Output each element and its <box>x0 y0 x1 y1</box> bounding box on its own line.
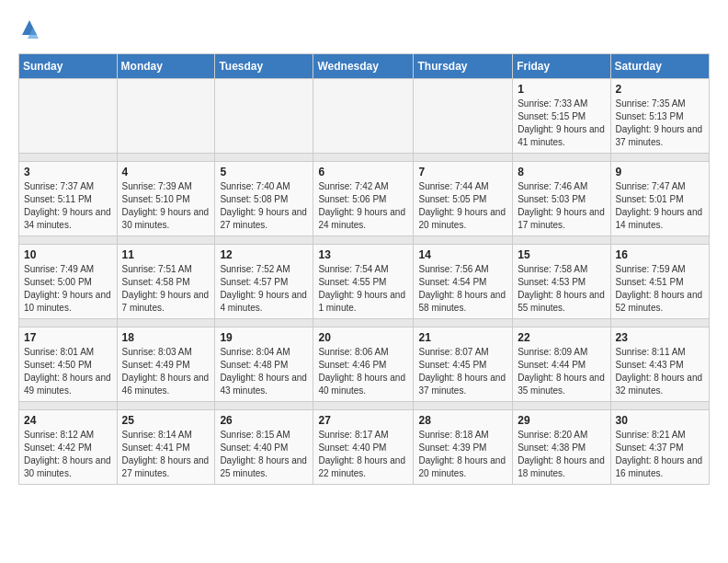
day-number: 26 <box>220 414 308 427</box>
logo-icon <box>18 18 40 40</box>
day-info: Sunrise: 7:44 AM Sunset: 5:05 PM Dayligh… <box>418 180 507 232</box>
calendar-cell: 30Sunrise: 8:21 AM Sunset: 4:37 PM Dayli… <box>610 410 709 485</box>
weekday-header-tuesday: Tuesday <box>215 54 313 79</box>
day-info: Sunrise: 7:52 AM Sunset: 4:57 PM Dayligh… <box>220 263 308 315</box>
calendar: SundayMondayTuesdayWednesdayThursdayFrid… <box>18 53 710 485</box>
separator-row <box>19 236 710 245</box>
day-info: Sunrise: 7:40 AM Sunset: 5:08 PM Dayligh… <box>220 180 308 232</box>
calendar-cell: 16Sunrise: 7:59 AM Sunset: 4:51 PM Dayli… <box>610 245 709 319</box>
day-info: Sunrise: 7:49 AM Sunset: 5:00 PM Dayligh… <box>24 263 112 315</box>
page: SundayMondayTuesdayWednesdayThursdayFrid… <box>0 0 728 494</box>
day-info: Sunrise: 7:56 AM Sunset: 4:54 PM Dayligh… <box>418 263 507 315</box>
day-number: 3 <box>24 166 112 178</box>
day-info: Sunrise: 7:39 AM Sunset: 5:10 PM Dayligh… <box>122 180 210 232</box>
calendar-cell: 18Sunrise: 8:03 AM Sunset: 4:49 PM Dayli… <box>117 327 215 402</box>
calendar-cell: 17Sunrise: 8:01 AM Sunset: 4:50 PM Dayli… <box>19 327 118 402</box>
day-number: 20 <box>318 331 408 344</box>
day-number: 29 <box>518 414 605 427</box>
calendar-cell: 11Sunrise: 7:51 AM Sunset: 4:58 PM Dayli… <box>117 245 215 319</box>
calendar-cell: 10Sunrise: 7:49 AM Sunset: 5:00 PM Dayli… <box>19 245 118 319</box>
day-info: Sunrise: 8:15 AM Sunset: 4:40 PM Dayligh… <box>220 429 308 480</box>
day-info: Sunrise: 8:09 AM Sunset: 4:44 PM Dayligh… <box>518 346 605 397</box>
calendar-cell: 2Sunrise: 7:35 AM Sunset: 5:13 PM Daylig… <box>610 79 709 154</box>
day-number: 18 <box>122 331 210 344</box>
week-row-1: 3Sunrise: 7:37 AM Sunset: 5:11 PM Daylig… <box>19 162 710 236</box>
weekday-header-saturday: Saturday <box>610 54 709 79</box>
calendar-cell: 22Sunrise: 8:09 AM Sunset: 4:44 PM Dayli… <box>513 327 610 402</box>
logo <box>18 18 44 40</box>
day-number: 8 <box>518 166 605 178</box>
calendar-cell <box>215 79 313 154</box>
day-info: Sunrise: 8:12 AM Sunset: 4:42 PM Dayligh… <box>24 429 112 480</box>
weekday-header-wednesday: Wednesday <box>313 54 414 79</box>
day-number: 13 <box>318 248 408 261</box>
day-number: 6 <box>318 166 408 178</box>
day-info: Sunrise: 8:18 AM Sunset: 4:39 PM Dayligh… <box>418 429 507 480</box>
calendar-cell: 24Sunrise: 8:12 AM Sunset: 4:42 PM Dayli… <box>19 410 118 485</box>
day-number: 27 <box>318 414 408 427</box>
calendar-cell: 14Sunrise: 7:56 AM Sunset: 4:54 PM Dayli… <box>414 245 513 319</box>
day-info: Sunrise: 8:21 AM Sunset: 4:37 PM Dayligh… <box>616 429 704 480</box>
day-info: Sunrise: 8:06 AM Sunset: 4:46 PM Dayligh… <box>318 346 408 397</box>
day-number: 10 <box>24 248 112 261</box>
calendar-cell: 9Sunrise: 7:47 AM Sunset: 5:01 PM Daylig… <box>610 162 709 236</box>
weekday-header-sunday: Sunday <box>19 54 118 79</box>
calendar-cell: 20Sunrise: 8:06 AM Sunset: 4:46 PM Dayli… <box>313 327 414 402</box>
day-info: Sunrise: 7:35 AM Sunset: 5:13 PM Dayligh… <box>616 98 704 149</box>
calendar-cell: 27Sunrise: 8:17 AM Sunset: 4:40 PM Dayli… <box>313 410 414 485</box>
calendar-cell: 28Sunrise: 8:18 AM Sunset: 4:39 PM Dayli… <box>414 410 513 485</box>
day-number: 9 <box>616 166 704 178</box>
separator-row <box>19 154 710 162</box>
day-info: Sunrise: 7:54 AM Sunset: 4:55 PM Dayligh… <box>318 263 408 315</box>
week-row-4: 24Sunrise: 8:12 AM Sunset: 4:42 PM Dayli… <box>19 410 710 485</box>
header <box>18 18 710 40</box>
day-info: Sunrise: 7:51 AM Sunset: 4:58 PM Dayligh… <box>122 263 210 315</box>
day-number: 5 <box>220 166 308 178</box>
calendar-cell: 6Sunrise: 7:42 AM Sunset: 5:06 PM Daylig… <box>313 162 414 236</box>
day-number: 24 <box>24 414 112 427</box>
calendar-cell: 1Sunrise: 7:33 AM Sunset: 5:15 PM Daylig… <box>513 79 610 154</box>
day-number: 12 <box>220 248 308 261</box>
day-number: 25 <box>122 414 210 427</box>
day-info: Sunrise: 8:17 AM Sunset: 4:40 PM Dayligh… <box>318 429 408 480</box>
week-row-2: 10Sunrise: 7:49 AM Sunset: 5:00 PM Dayli… <box>19 245 710 319</box>
calendar-cell: 21Sunrise: 8:07 AM Sunset: 4:45 PM Dayli… <box>414 327 513 402</box>
day-info: Sunrise: 7:58 AM Sunset: 4:53 PM Dayligh… <box>518 263 605 315</box>
calendar-cell <box>117 79 215 154</box>
day-info: Sunrise: 8:14 AM Sunset: 4:41 PM Dayligh… <box>122 429 210 480</box>
calendar-cell: 7Sunrise: 7:44 AM Sunset: 5:05 PM Daylig… <box>414 162 513 236</box>
calendar-cell: 12Sunrise: 7:52 AM Sunset: 4:57 PM Dayli… <box>215 245 313 319</box>
day-info: Sunrise: 7:46 AM Sunset: 5:03 PM Dayligh… <box>518 180 605 232</box>
calendar-cell: 19Sunrise: 8:04 AM Sunset: 4:48 PM Dayli… <box>215 327 313 402</box>
day-info: Sunrise: 8:11 AM Sunset: 4:43 PM Dayligh… <box>616 346 704 397</box>
calendar-header: SundayMondayTuesdayWednesdayThursdayFrid… <box>19 54 710 79</box>
day-number: 14 <box>418 248 507 261</box>
calendar-cell <box>19 79 118 154</box>
day-number: 7 <box>418 166 507 178</box>
day-number: 15 <box>518 248 605 261</box>
calendar-cell: 4Sunrise: 7:39 AM Sunset: 5:10 PM Daylig… <box>117 162 215 236</box>
separator-row <box>19 402 710 410</box>
day-number: 1 <box>518 83 605 96</box>
calendar-cell: 5Sunrise: 7:40 AM Sunset: 5:08 PM Daylig… <box>215 162 313 236</box>
day-info: Sunrise: 7:47 AM Sunset: 5:01 PM Dayligh… <box>616 180 704 232</box>
day-number: 17 <box>24 331 112 344</box>
day-number: 2 <box>616 83 704 96</box>
day-number: 22 <box>518 331 605 344</box>
week-row-3: 17Sunrise: 8:01 AM Sunset: 4:50 PM Dayli… <box>19 327 710 402</box>
weekday-header-thursday: Thursday <box>414 54 513 79</box>
calendar-cell <box>414 79 513 154</box>
weekday-header-monday: Monday <box>117 54 215 79</box>
calendar-cell: 26Sunrise: 8:15 AM Sunset: 4:40 PM Dayli… <box>215 410 313 485</box>
calendar-cell: 29Sunrise: 8:20 AM Sunset: 4:38 PM Dayli… <box>513 410 610 485</box>
day-info: Sunrise: 7:42 AM Sunset: 5:06 PM Dayligh… <box>318 180 408 232</box>
weekday-header-friday: Friday <box>513 54 610 79</box>
calendar-cell: 3Sunrise: 7:37 AM Sunset: 5:11 PM Daylig… <box>19 162 118 236</box>
weekday-header-row: SundayMondayTuesdayWednesdayThursdayFrid… <box>19 54 710 79</box>
day-number: 28 <box>418 414 507 427</box>
calendar-body: 1Sunrise: 7:33 AM Sunset: 5:15 PM Daylig… <box>19 79 710 485</box>
separator-row <box>19 319 710 327</box>
day-number: 16 <box>616 248 704 261</box>
day-info: Sunrise: 8:04 AM Sunset: 4:48 PM Dayligh… <box>220 346 308 397</box>
day-info: Sunrise: 8:03 AM Sunset: 4:49 PM Dayligh… <box>122 346 210 397</box>
